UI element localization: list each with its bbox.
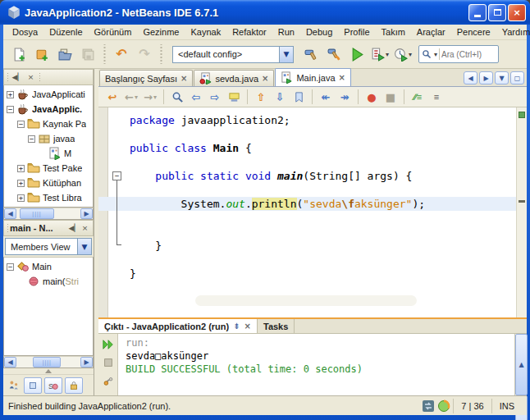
show-non-public-toggle[interactable] xyxy=(65,377,83,394)
projects-hscrollbar[interactable]: ◀ ▶ xyxy=(3,208,94,220)
expander-plus-icon[interactable]: + xyxy=(17,165,25,172)
code-line-3[interactable] xyxy=(98,155,516,169)
code-line-6[interactable]: System.out.println("sevda\faksünger"); xyxy=(98,197,516,211)
dock-panel-icon[interactable]: ◀▏ xyxy=(69,223,80,234)
code-line-0[interactable]: package javaapplication2; xyxy=(98,113,516,127)
chevron-down-icon[interactable]: ▼ xyxy=(279,47,293,62)
fold-collapse-icon[interactable]: − xyxy=(112,171,121,180)
output-dropdown-icon[interactable]: ⇟ xyxy=(233,322,240,331)
splitter-grip[interactable] xyxy=(3,368,94,374)
menu-item-7[interactable]: Debug xyxy=(300,25,338,39)
menu-item-1[interactable]: Düzenle xyxy=(43,25,88,39)
shift-left-button[interactable]: ↞ xyxy=(317,89,335,106)
tab-output[interactable]: Çıktı - JavaApplication2 (run) ⇟ × xyxy=(98,319,258,333)
navigator-item-1[interactable]: main(Stri xyxy=(4,274,93,289)
expander-plus-icon[interactable]: + xyxy=(17,194,25,202)
menu-item-10[interactable]: Araçlar xyxy=(411,25,451,39)
chevron-down-icon[interactable]: ▾ xyxy=(434,51,437,58)
navigator-item-0[interactable]: −Main xyxy=(4,259,93,274)
menu-item-5[interactable]: Refaktor xyxy=(226,25,272,39)
update-center-icon[interactable] xyxy=(437,399,450,413)
close-button[interactable]: × xyxy=(508,4,526,21)
code-line-11[interactable]: } xyxy=(98,267,516,281)
title-bar[interactable]: JavaApplication2 - NetBeans IDE 6.7.1 × xyxy=(0,0,530,25)
run-project-button[interactable] xyxy=(346,43,368,65)
new-file-button[interactable] xyxy=(8,43,30,65)
stop-button[interactable] xyxy=(100,354,116,370)
project-item-0[interactable]: +JavaApplicati xyxy=(4,87,93,102)
editor-tab-1[interactable]: sevda.java× xyxy=(194,70,274,86)
code-text[interactable]: package javaapplication2; public class M… xyxy=(98,107,516,317)
project-item-7[interactable]: +Test Libra xyxy=(4,190,93,205)
output-text[interactable]: run:sevda□aksüngerBUILD SUCCESSFUL (tota… xyxy=(118,334,514,395)
rerun-button[interactable] xyxy=(100,336,116,352)
show-static-toggle[interactable]: S xyxy=(44,377,62,394)
close-icon[interactable]: × xyxy=(244,322,251,331)
minimize-button[interactable] xyxy=(468,4,487,21)
next-bookmark-button[interactable]: ⇩ xyxy=(271,89,289,106)
expander-plus-icon[interactable]: + xyxy=(7,91,14,98)
maximize-button[interactable] xyxy=(488,4,506,21)
error-stripe[interactable] xyxy=(516,107,527,317)
scroll-right-icon[interactable]: ▶ xyxy=(80,208,93,219)
quick-search-box[interactable]: ▾ xyxy=(418,45,499,63)
menu-item-12[interactable]: Yardım xyxy=(496,25,530,39)
menu-item-4[interactable]: Kaynak xyxy=(185,25,226,39)
scrollbar-thumb[interactable] xyxy=(33,357,61,368)
stop-macro-button[interactable]: ■ xyxy=(382,89,400,106)
editor-tab-2[interactable]: Main.java× xyxy=(275,68,350,86)
expander-plus-icon[interactable]: + xyxy=(17,180,25,187)
menu-item-3[interactable]: Gezinme xyxy=(137,25,185,39)
scroll-right-icon[interactable]: ▶ xyxy=(80,357,93,368)
toggle-bookmark-button[interactable] xyxy=(290,89,308,106)
project-item-4[interactable]: M xyxy=(4,146,93,161)
expander-minus-icon[interactable]: − xyxy=(7,106,14,113)
find-previous-button[interactable]: ⇦ xyxy=(187,89,205,106)
menu-item-11[interactable]: Pencere xyxy=(451,25,496,39)
scroll-left-icon[interactable]: ◀ xyxy=(4,357,16,368)
maximize-editor-icon[interactable]: ▢ xyxy=(510,71,524,84)
open-project-button[interactable] xyxy=(54,43,75,65)
back-button[interactable]: ←▾ xyxy=(122,89,140,106)
menu-item-0[interactable]: Dosya xyxy=(7,25,43,39)
dock-panel-icon[interactable]: ◀▏ xyxy=(12,72,23,83)
code-line-9[interactable]: } xyxy=(98,239,516,253)
members-view-select[interactable]: Members View ▼ xyxy=(5,238,92,255)
sync-status-icon[interactable] xyxy=(422,399,435,413)
inherited-members-icon[interactable] xyxy=(7,378,21,393)
build-project-button[interactable] xyxy=(300,43,322,65)
navigator-hscrollbar[interactable]: ◀ ▶ xyxy=(3,356,94,368)
project-item-5[interactable]: +Test Pake xyxy=(4,161,93,176)
start-macro-button[interactable]: ● xyxy=(363,89,381,106)
redo-button[interactable]: ↷ xyxy=(134,43,155,65)
config-select[interactable]: <default config> ▼ xyxy=(172,46,294,63)
shift-right-button[interactable]: ↠ xyxy=(336,89,354,106)
search-input[interactable] xyxy=(441,50,492,59)
output-vscrollbar[interactable]: ▲ ▼ xyxy=(514,334,527,395)
close-tab-icon[interactable]: × xyxy=(180,74,187,83)
find-button[interactable] xyxy=(168,89,186,106)
comment-button[interactable]: ∕∕≡ xyxy=(409,89,427,106)
scroll-left-icon[interactable]: ◀ xyxy=(4,208,16,219)
close-panel-icon[interactable]: × xyxy=(80,223,90,234)
save-all-button[interactable] xyxy=(77,43,98,65)
menu-item-6[interactable]: Run xyxy=(272,25,300,39)
previous-bookmark-button[interactable]: ⇧ xyxy=(252,89,270,106)
code-editor[interactable]: package javaapplication2; public class M… xyxy=(98,107,527,317)
debug-project-button[interactable]: ▾ xyxy=(369,43,391,65)
tab-list-dropdown-icon[interactable]: ▼ xyxy=(495,71,509,84)
show-fields-toggle[interactable] xyxy=(24,377,42,394)
find-next-button[interactable]: ⇨ xyxy=(206,89,224,106)
menu-item-9[interactable]: Takım xyxy=(376,25,411,39)
scroll-tabs-left-icon[interactable]: ◀ xyxy=(464,71,477,84)
undo-button[interactable]: ↶ xyxy=(111,43,132,65)
tab-tasks[interactable]: Tasks xyxy=(258,319,295,333)
menu-item-2[interactable]: Görünüm xyxy=(89,25,138,39)
uncomment-button[interactable]: ≡ xyxy=(427,89,445,106)
close-tab-icon[interactable]: × xyxy=(339,73,345,82)
close-panel-icon[interactable]: × xyxy=(25,72,36,83)
new-project-button[interactable] xyxy=(31,43,53,65)
profile-project-button[interactable]: ▾ xyxy=(392,43,413,65)
expander-minus-icon[interactable]: − xyxy=(7,263,14,271)
project-item-3[interactable]: −javaa xyxy=(4,131,93,146)
